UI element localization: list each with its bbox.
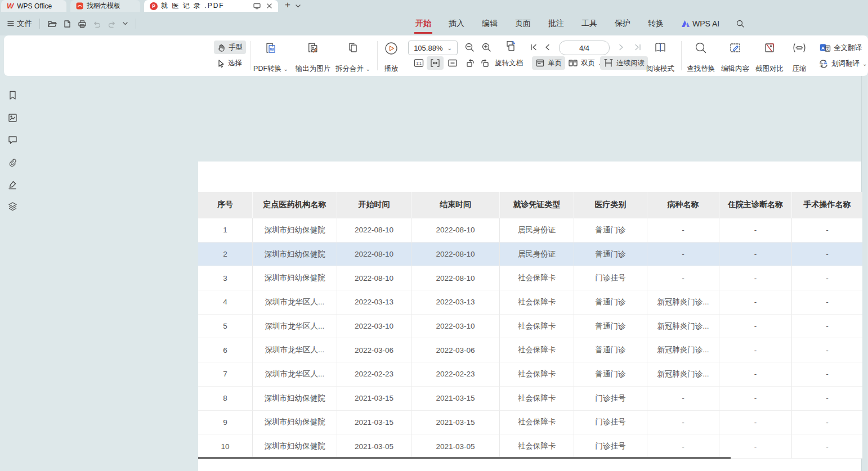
menu-tab-annotate[interactable]: 批注 bbox=[547, 19, 565, 29]
menu-tab-wps-ai[interactable]: WPS AI bbox=[680, 19, 721, 28]
table-cell[interactable]: 新冠肺炎门诊... bbox=[647, 362, 719, 387]
redo-icon[interactable] bbox=[108, 20, 116, 28]
table-cell[interactable]: 1 bbox=[198, 218, 253, 243]
table-cell[interactable]: - bbox=[647, 243, 719, 267]
full-translate-button[interactable]: A文 全文翻译 bbox=[816, 41, 865, 55]
table-cell[interactable]: 2022-03-06 bbox=[411, 338, 500, 362]
table-cell[interactable]: 普通门诊 bbox=[574, 338, 647, 362]
table-cell[interactable]: - bbox=[647, 218, 719, 243]
find-replace-button[interactable]: 查找替换 bbox=[684, 39, 717, 75]
menu-tab-insert[interactable]: 插入 bbox=[448, 19, 466, 29]
layers-icon[interactable] bbox=[7, 201, 18, 212]
search-icon[interactable] bbox=[736, 19, 745, 28]
page-number-input[interactable]: 4/4 bbox=[559, 41, 610, 55]
table-cell[interactable]: 深圳市龙华区人... bbox=[253, 290, 337, 315]
table-cell[interactable]: 门诊挂号 bbox=[574, 266, 647, 290]
menu-tab-tools[interactable]: 工具 bbox=[580, 19, 598, 29]
horizontal-scrollbar-thumb[interactable] bbox=[198, 457, 731, 459]
table-cell[interactable]: 新冠肺炎门诊... bbox=[647, 338, 719, 362]
screenshot-compare-button[interactable]: 截图对比 bbox=[753, 39, 786, 75]
table-cell[interactable]: 10 bbox=[198, 434, 253, 459]
tab-wps-office[interactable]: W WPS Office bbox=[1, 0, 66, 12]
play-button[interactable]: 播放 bbox=[382, 39, 401, 75]
table-cell[interactable]: 新冠肺炎门诊... bbox=[647, 315, 719, 339]
first-page-button[interactable] bbox=[526, 41, 541, 54]
actual-size-button[interactable]: 1:1 bbox=[410, 56, 427, 70]
next-page-button[interactable] bbox=[615, 41, 628, 54]
close-tab-icon[interactable] bbox=[266, 3, 272, 9]
continuous-read-button[interactable]: 连续阅读 bbox=[600, 56, 648, 70]
table-cell[interactable]: - bbox=[792, 218, 862, 243]
thumbnail-icon[interactable] bbox=[7, 113, 18, 123]
table-cell[interactable]: - bbox=[719, 243, 792, 267]
undo-icon[interactable] bbox=[93, 20, 101, 28]
table-cell[interactable]: - bbox=[647, 387, 719, 411]
table-cell[interactable]: - bbox=[719, 315, 792, 339]
zoom-in-button[interactable] bbox=[478, 41, 495, 54]
table-cell[interactable]: 门诊挂号 bbox=[574, 387, 647, 411]
single-page-button[interactable]: 单页 bbox=[532, 56, 565, 70]
table-cell[interactable]: 深圳市妇幼保健院 bbox=[253, 411, 337, 435]
table-cell[interactable]: 社会保障卡 bbox=[500, 362, 574, 387]
table-cell[interactable]: 普通门诊 bbox=[574, 290, 647, 315]
hand-tool-button[interactable]: 手型 bbox=[214, 41, 246, 54]
pdf-convert-button[interactable]: W PDF转换 ⌄ bbox=[251, 39, 290, 75]
table-cell[interactable]: 社会保障卡 bbox=[500, 411, 574, 435]
rotate-doc-group[interactable]: 旋转文档 bbox=[462, 56, 526, 70]
table-cell[interactable]: - bbox=[719, 290, 792, 315]
menu-tab-edit[interactable]: 编辑 bbox=[481, 19, 499, 29]
menu-tab-convert[interactable]: 转换 bbox=[647, 19, 665, 29]
table-cell[interactable]: - bbox=[792, 243, 862, 267]
table-cell[interactable]: - bbox=[719, 434, 792, 459]
table-cell[interactable]: 深圳市龙华区人... bbox=[253, 315, 337, 339]
table-cell[interactable]: 社会保障卡 bbox=[500, 315, 574, 339]
quickbar-chevron-icon[interactable] bbox=[122, 21, 128, 26]
table-cell[interactable]: 社会保障卡 bbox=[500, 338, 574, 362]
fit-page-button[interactable] bbox=[444, 56, 461, 70]
table-cell[interactable]: 6 bbox=[198, 338, 253, 362]
table-cell[interactable]: 门诊挂号 bbox=[574, 434, 647, 459]
table-cell[interactable]: 居民身份证 bbox=[500, 243, 574, 267]
split-merge-button[interactable]: 拆分合并 ⌄ bbox=[333, 39, 373, 75]
tab-list-chevron-icon[interactable] bbox=[295, 0, 301, 12]
table-cell[interactable]: - bbox=[792, 266, 862, 290]
table-cell[interactable]: 5 bbox=[198, 315, 253, 339]
new-tab-button[interactable]: + bbox=[285, 0, 290, 12]
table-cell[interactable]: - bbox=[647, 411, 719, 435]
table-cell[interactable]: 深圳市妇幼保健院 bbox=[253, 218, 337, 243]
table-cell[interactable]: 深圳市龙华区人... bbox=[253, 338, 337, 362]
table-cell[interactable]: 2022-08-10 bbox=[411, 218, 500, 243]
table-cell[interactable]: 2022-03-06 bbox=[337, 338, 411, 362]
word-translate-button[interactable]: 文A 划词翻译 ⌄ bbox=[815, 57, 868, 70]
table-cell[interactable]: - bbox=[647, 434, 719, 459]
select-tool-button[interactable]: 选择 bbox=[214, 56, 245, 70]
prev-page-button[interactable] bbox=[541, 41, 553, 54]
table-cell[interactable]: - bbox=[792, 387, 862, 411]
table-cell[interactable]: 7 bbox=[198, 362, 253, 387]
table-cell[interactable]: 门诊挂号 bbox=[574, 411, 647, 435]
page-jump-button[interactable] bbox=[499, 39, 521, 53]
table-cell[interactable]: 2022-02-23 bbox=[411, 362, 500, 387]
tab-document-pdf[interactable]: P 就 医 记 录 .PDF bbox=[144, 0, 278, 12]
comment-icon[interactable] bbox=[7, 135, 18, 145]
attachment-icon[interactable] bbox=[7, 158, 18, 168]
table-cell[interactable]: 社会保障卡 bbox=[500, 387, 574, 411]
table-cell[interactable]: 2021-03-15 bbox=[337, 411, 411, 435]
save-icon[interactable] bbox=[63, 20, 71, 28]
rotate-left-icon[interactable] bbox=[466, 59, 475, 68]
table-cell[interactable]: - bbox=[792, 315, 862, 339]
compress-button[interactable]: 压缩 bbox=[790, 39, 809, 75]
table-cell[interactable]: 2021-03-05 bbox=[411, 434, 500, 459]
table-cell[interactable]: - bbox=[719, 218, 792, 243]
last-page-button[interactable] bbox=[630, 41, 645, 54]
file-menu-button[interactable]: 文件 bbox=[7, 19, 32, 29]
table-cell[interactable]: - bbox=[719, 411, 792, 435]
table-cell[interactable]: 居民身份证 bbox=[500, 218, 574, 243]
table-cell[interactable]: - bbox=[792, 338, 862, 362]
menu-tab-protect[interactable]: 保护 bbox=[614, 19, 632, 29]
table-cell[interactable]: - bbox=[719, 362, 792, 387]
export-image-button[interactable]: 输出为图片 bbox=[293, 39, 333, 75]
table-cell[interactable]: 2022-03-13 bbox=[411, 290, 500, 315]
bookmark-icon[interactable] bbox=[7, 90, 18, 101]
edit-content-button[interactable]: 编辑内容 bbox=[719, 39, 751, 75]
